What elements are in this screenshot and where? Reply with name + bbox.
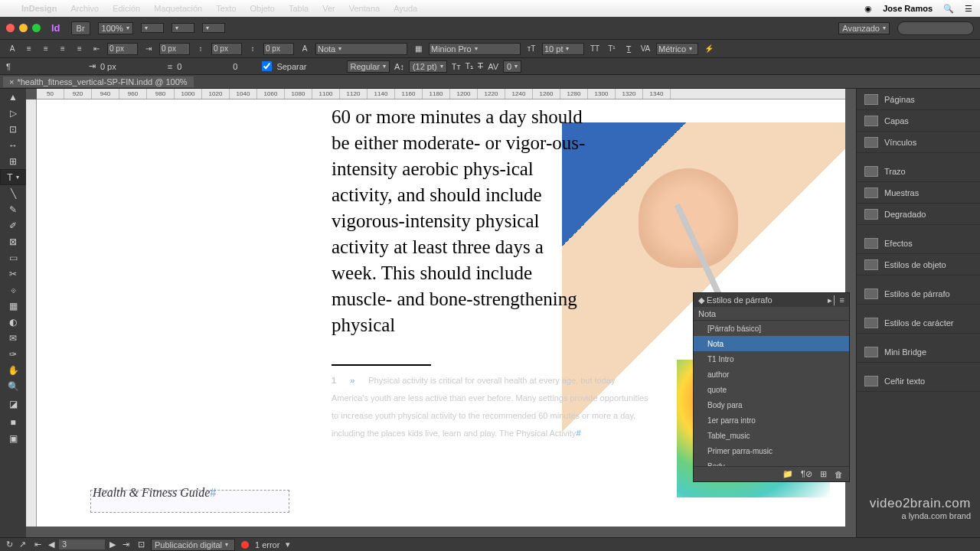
indent-right-icon[interactable]: ⇥	[89, 61, 96, 71]
document-tab[interactable]: ×*health_fitness_vertical-SP-FIN.indd @ …	[3, 77, 194, 87]
cc-icon[interactable]: ◉	[864, 4, 872, 14]
panel-trazo[interactable]: Trazo	[857, 161, 980, 182]
tracking-icon[interactable]: AV	[488, 62, 498, 71]
page-tool[interactable]: ⊡	[0, 121, 26, 137]
direct-selection-tool[interactable]: ▷	[0, 105, 26, 121]
scissors-tool[interactable]: ✂	[0, 266, 26, 282]
error-badge-icon[interactable]	[241, 541, 249, 549]
panel-estilos-caracter[interactable]: Estilos de carácter	[857, 312, 980, 334]
indent-first-field[interactable]: 0 px	[159, 43, 190, 55]
preflight-errors[interactable]: 1 error	[255, 540, 279, 549]
gradient-feather-tool[interactable]: ◐	[0, 314, 26, 330]
next-page-icon[interactable]: ▶	[107, 540, 118, 549]
baseline-field[interactable]: 0	[177, 62, 181, 71]
panel-estilos-parrafo[interactable]: Estilos de párrafo	[857, 283, 980, 305]
hyphenate-checkbox[interactable]	[262, 61, 272, 71]
kerning-field[interactable]: Métrico	[656, 43, 698, 55]
screen-mode[interactable]	[172, 23, 194, 33]
panel-mini-bridge[interactable]: Mini Bridge	[857, 341, 980, 363]
style-1er-parra[interactable]: 1er parra intro	[694, 412, 849, 428]
space-before-icon[interactable]: ↕	[194, 43, 207, 55]
fontsize-icon[interactable]: тТ	[525, 43, 537, 55]
delete-style-icon[interactable]: 🗑	[835, 470, 843, 479]
pencil-tool[interactable]: ✐	[0, 217, 26, 233]
panel-paginas[interactable]: Páginas	[857, 89, 980, 110]
zoom-level[interactable]: 100%	[98, 22, 133, 34]
spotlight-icon[interactable]: 🔍	[943, 4, 954, 14]
type-tool[interactable]: T	[0, 169, 26, 185]
space-after-icon[interactable]: ↕	[247, 43, 259, 55]
paragraph-style-dropdown[interactable]: Nota	[315, 43, 407, 55]
line-tool[interactable]: ╲	[0, 185, 26, 201]
columns-icon[interactable]: ▦	[412, 43, 424, 55]
style-basic[interactable]: [Párrafo básico]	[694, 321, 849, 336]
tracking-field[interactable]: 0	[503, 60, 521, 73]
quick-apply-icon[interactable]: ⚡	[703, 43, 715, 55]
style-body-para[interactable]: Body para	[694, 397, 849, 412]
preflight-menu-icon[interactable]: ▾	[286, 540, 290, 549]
style-primer-parra[interactable]: Primer parra-music	[694, 443, 849, 458]
panel-muestras[interactable]: Muestras	[857, 182, 980, 204]
style-quote[interactable]: quote	[694, 382, 849, 397]
paragraph-icon[interactable]: ¶	[6, 62, 11, 71]
style-t1-intro[interactable]: T1 Intro	[694, 351, 849, 367]
bridge-button[interactable]: Br	[71, 21, 90, 35]
close-icon[interactable]	[6, 24, 15, 32]
horizontal-ruler[interactable]: 5092094096098010001020104010601080110011…	[37, 89, 845, 99]
dropcap-icon[interactable]: A	[299, 43, 311, 55]
minimize-icon[interactable]	[19, 24, 28, 32]
subscript-icon[interactable]: T₁	[465, 61, 473, 71]
menu-ventana[interactable]: Ventana	[349, 4, 380, 13]
menu-maquetacion[interactable]: Maquetación	[154, 4, 202, 13]
rectangle-tool[interactable]: ▭	[0, 249, 26, 266]
menu-ayuda[interactable]: Ayuda	[394, 4, 417, 13]
prev-page-icon[interactable]: ◀	[46, 540, 57, 549]
view-options[interactable]	[141, 23, 164, 33]
sync-icon[interactable]: ↻	[6, 540, 13, 549]
gradient-tool[interactable]: ▦	[0, 298, 26, 314]
style-list[interactable]: [Párrafo básico] Nota T1 Intro author qu…	[694, 321, 849, 466]
smallcaps-icon[interactable]: Tт	[452, 62, 461, 71]
menu-objeto[interactable]: Objeto	[250, 4, 275, 13]
baseline-icon[interactable]: ≡	[168, 62, 172, 71]
zoom-tool[interactable]: 🔍	[0, 378, 26, 394]
panel-degradado[interactable]: Degradado	[857, 204, 980, 225]
character-icon[interactable]: A	[6, 43, 18, 55]
panel-estilos-objeto[interactable]: Estilos de objeto	[857, 254, 980, 276]
content-collector-tool[interactable]: ⊞	[0, 153, 26, 169]
running-footer[interactable]: Health & Fitness Guide	[93, 486, 216, 500]
new-style-icon[interactable]: ⊞	[820, 469, 827, 479]
note-tool[interactable]: ✉	[0, 330, 26, 346]
indent-left-icon[interactable]: ⇤	[90, 43, 103, 55]
page-navigator[interactable]: ⇤ ◀ 3 ▶ ⇥	[32, 540, 132, 549]
panel-vinculos[interactable]: Vínculos	[857, 132, 980, 153]
menu-texto[interactable]: Texto	[216, 4, 236, 13]
menu-edicion[interactable]: Edición	[113, 4, 140, 13]
user-name[interactable]: Jose Ramos	[883, 4, 933, 13]
space-after-field[interactable]: 0 px	[263, 43, 294, 55]
preset-icon[interactable]: ⊡	[138, 540, 145, 549]
free-transform-tool[interactable]: ⟐	[0, 282, 26, 298]
vertical-ruler[interactable]	[26, 99, 37, 527]
clear-override-icon[interactable]: ¶⊘	[801, 469, 812, 479]
last-page-icon[interactable]: ⇥	[120, 540, 132, 549]
space-before-field[interactable]: 0 px	[211, 43, 242, 55]
align-center-icon[interactable]: ≡	[40, 43, 52, 55]
apply-color[interactable]: ■	[0, 414, 26, 430]
menu-ver[interactable]: Ver	[322, 4, 335, 13]
underline-icon[interactable]: T̲	[622, 43, 635, 55]
body-text-frame[interactable]: 60 or more minutes a day should be eithe…	[332, 104, 588, 338]
panel-cenir-texto[interactable]: Ceñir texto	[857, 370, 980, 392]
zoom-icon[interactable]	[32, 24, 41, 32]
superscript-icon[interactable]: T¹	[606, 43, 618, 55]
align-right-icon[interactable]: ≡	[57, 43, 69, 55]
fill-stroke-swap[interactable]: ◪	[0, 394, 26, 414]
eyedropper-tool[interactable]: ✑	[0, 346, 26, 362]
pen-tool[interactable]: ✎	[0, 201, 26, 217]
panel-capas[interactable]: Capas	[857, 110, 980, 132]
strikethrough-icon[interactable]: T̶	[478, 61, 483, 71]
export-icon[interactable]: ↗	[19, 540, 26, 549]
indent-first-icon[interactable]: ⇥	[142, 43, 155, 55]
panel-efectos[interactable]: Efectos	[857, 233, 980, 254]
leading-field[interactable]: (12 pt)	[409, 60, 447, 73]
